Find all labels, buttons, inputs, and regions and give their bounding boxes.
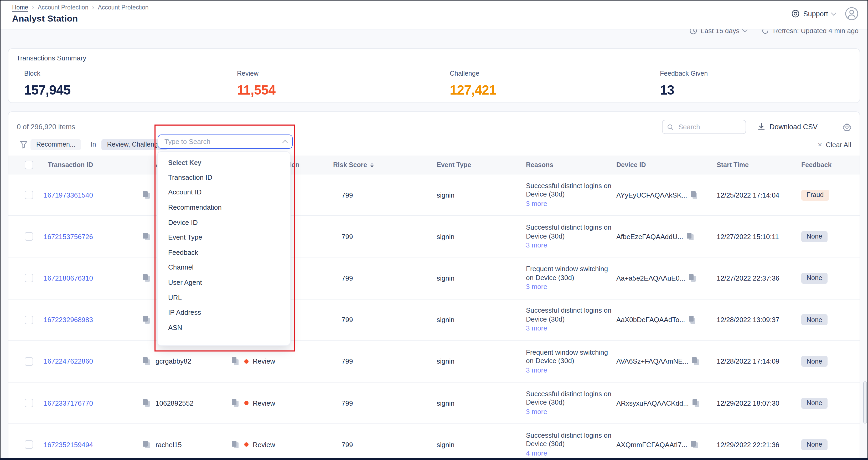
col-transaction-id: Transaction ID <box>43 161 143 168</box>
copy-icon[interactable] <box>692 399 699 407</box>
search-icon <box>668 123 674 130</box>
clear-all-button[interactable]: × Clear All <box>818 140 851 149</box>
col-reasons: Reasons <box>526 161 616 168</box>
col-risk-score[interactable]: Risk Score <box>333 161 373 168</box>
sort-icon[interactable] <box>370 162 373 167</box>
table-row: 1672337176770 1062892552 Review 799 sign… <box>8 382 860 424</box>
more-reasons-link[interactable]: 3 more <box>526 408 547 417</box>
transaction-id-link[interactable]: 1672352159494 <box>43 440 93 449</box>
copy-icon[interactable] <box>143 233 150 241</box>
row-checkbox[interactable] <box>25 191 33 199</box>
row-checkbox[interactable] <box>25 440 33 449</box>
row-checkbox[interactable] <box>25 315 33 324</box>
clear-all-label: Clear All <box>826 141 851 148</box>
search-box[interactable] <box>662 120 746 134</box>
copy-icon[interactable] <box>143 191 150 199</box>
breadcrumb-item[interactable]: Account Protection <box>37 4 88 10</box>
breadcrumb-separator: › <box>32 4 34 11</box>
review-dot-icon <box>244 359 249 364</box>
event-type: signin <box>437 440 526 449</box>
copy-icon[interactable] <box>687 233 693 241</box>
copy-icon[interactable] <box>143 316 150 324</box>
dropdown-option[interactable]: ASN <box>158 320 290 335</box>
table-header: Transaction ID Account ID Recommendation… <box>8 155 860 175</box>
dropdown-option[interactable]: Feedback <box>158 245 290 260</box>
more-reasons-link[interactable]: 3 more <box>526 325 547 333</box>
more-reasons-link[interactable]: 3 more <box>526 241 547 250</box>
dropdown-option[interactable]: Channel <box>158 260 290 275</box>
vertical-scrollbar-thumb[interactable] <box>863 381 867 424</box>
dropdown-option[interactable]: Event Type <box>158 230 290 245</box>
settings-button[interactable] <box>843 123 851 131</box>
more-reasons-link[interactable]: 3 more <box>526 283 547 292</box>
risk-score: 799 <box>342 191 437 199</box>
transaction-id-link[interactable]: 1672153756726 <box>43 233 93 241</box>
support-menu[interactable]: Support <box>791 9 835 18</box>
copy-icon[interactable] <box>691 191 698 199</box>
dropdown-option[interactable]: Transaction ID <box>158 170 290 185</box>
dropdown-option[interactable]: IP Address <box>158 305 290 320</box>
copy-icon[interactable] <box>232 399 239 407</box>
filter-key-chip[interactable]: Recommen... <box>30 139 81 150</box>
copy-icon[interactable] <box>689 316 696 324</box>
page-title: Analyst Station <box>12 14 78 24</box>
chevron-up-icon <box>282 140 288 145</box>
risk-score: 799 <box>342 399 437 407</box>
row-checkbox[interactable] <box>25 399 33 407</box>
copy-icon[interactable] <box>691 440 698 449</box>
more-reasons-link[interactable]: 3 more <box>526 200 547 208</box>
event-type: signin <box>437 358 526 365</box>
avatar[interactable] <box>845 7 859 21</box>
transaction-id-link[interactable]: 1672247622860 <box>43 358 93 365</box>
select-all-checkbox[interactable] <box>25 160 33 169</box>
metric-label-link[interactable]: Block <box>24 70 40 77</box>
key-search-combobox[interactable] <box>158 134 293 149</box>
breadcrumb-home-link[interactable]: Home <box>12 4 28 10</box>
key-dropdown-panel: Select Key Transaction IDAccount IDRecom… <box>157 151 290 346</box>
key-search-input[interactable] <box>163 137 271 146</box>
clear-icon: × <box>818 140 822 149</box>
more-reasons-link[interactable]: 3 more <box>526 366 547 375</box>
metric-label-link[interactable]: Review <box>237 70 258 77</box>
metric-label-link[interactable]: Feedback Given <box>660 70 708 77</box>
copy-icon[interactable] <box>143 440 150 449</box>
reason-text: Successful distinct logins on Device (30… <box>526 431 612 449</box>
row-checkbox[interactable] <box>25 357 33 366</box>
row-checkbox[interactable] <box>25 233 33 241</box>
device-id: AYyEyUCFAQAAkSK... <box>616 191 687 199</box>
copy-icon[interactable] <box>689 274 696 282</box>
metric-label-link[interactable]: Challenge <box>450 70 479 77</box>
more-reasons-link[interactable]: 4 more <box>526 449 547 458</box>
transaction-id-link[interactable]: 1672337176770 <box>43 399 93 407</box>
risk-score: 799 <box>342 440 437 449</box>
row-checkbox[interactable] <box>25 274 33 282</box>
filter-value-chip[interactable]: Review, Challenge <box>101 139 167 150</box>
copy-icon[interactable] <box>143 358 150 365</box>
event-type: signin <box>437 274 526 282</box>
event-type: signin <box>437 233 526 241</box>
copy-icon[interactable] <box>692 358 699 365</box>
device-id: ARxsyxuFAQAACKdd... <box>616 399 689 407</box>
copy-icon[interactable] <box>232 358 239 365</box>
event-type: signin <box>437 399 526 407</box>
download-csv-button[interactable]: Download CSV <box>758 123 817 131</box>
table-body: 1671973361540 799 signin Successful dist… <box>8 175 860 460</box>
dropdown-option[interactable]: URL <box>158 290 290 305</box>
dropdown-option[interactable]: Account ID <box>158 185 290 200</box>
copy-icon[interactable] <box>232 440 239 449</box>
reason-text: Frequent window switching on Device (30d… <box>526 265 612 282</box>
transaction-id-link[interactable]: 1671973361540 <box>43 191 93 199</box>
table-row: 1672153756726 799 signin Successful dist… <box>8 216 860 257</box>
feedback-badge: None <box>801 314 828 325</box>
account-id: rachel15 <box>156 440 232 449</box>
metric-review: Review 11,554 <box>237 68 276 98</box>
account-id: 1062892552 <box>156 399 232 407</box>
search-input[interactable] <box>677 122 741 131</box>
dropdown-option[interactable]: Recommendation <box>158 200 290 215</box>
copy-icon[interactable] <box>143 399 150 407</box>
dropdown-option[interactable]: Device ID <box>158 215 290 230</box>
copy-icon[interactable] <box>143 274 150 282</box>
dropdown-option[interactable]: User Agent <box>158 275 290 290</box>
transaction-id-link[interactable]: 1672180676310 <box>43 274 93 282</box>
transaction-id-link[interactable]: 1672232968983 <box>43 316 93 324</box>
